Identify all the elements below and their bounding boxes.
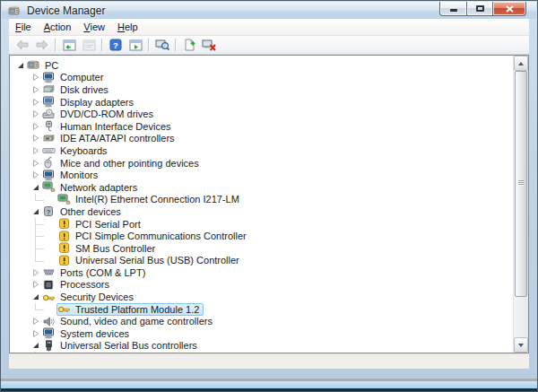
tree-item[interactable]: Processors — [41, 278, 114, 291]
tree-item[interactable]: Display adapters — [41, 96, 138, 109]
tree-item[interactable]: Computer — [41, 71, 108, 83]
tree-row[interactable]: Sound, video and game controllers — [10, 315, 514, 327]
collapsed-arrow-icon[interactable] — [30, 316, 41, 327]
tree-item[interactable]: Network adapters — [41, 181, 142, 194]
vertical-scrollbar[interactable] — [513, 56, 528, 353]
collapsed-arrow-icon[interactable] — [30, 279, 41, 290]
tree-item[interactable]: Intel(R) Ethernet Connection I217-LM — [56, 193, 244, 205]
scan-for-hardware-changes-button[interactable] — [152, 36, 172, 54]
collapsed-arrow-icon[interactable] — [30, 109, 41, 119]
tree-row[interactable]: Keyboards — [10, 144, 514, 157]
monitor-icon — [42, 170, 56, 180]
tree-row[interactable]: Generic USB Hub — [10, 352, 514, 353]
collapsed-arrow-icon[interactable] — [30, 72, 41, 83]
tree-row[interactable]: Mice and other pointing devices — [10, 157, 514, 170]
update-driver-button[interactable] — [179, 36, 199, 54]
minimize-button[interactable] — [439, 2, 466, 16]
close-button[interactable] — [493, 2, 526, 16]
tree-item[interactable]: Keyboards — [41, 144, 112, 157]
maximize-button[interactable] — [466, 2, 493, 16]
toolbar-separator — [175, 39, 177, 51]
tree-row[interactable]: Universal Serial Bus controllers — [10, 340, 514, 353]
collapsed-arrow-icon[interactable] — [30, 84, 41, 95]
collapsed-arrow-icon[interactable] — [30, 328, 41, 339]
tree-connector-line — [35, 352, 36, 353]
collapsed-arrow-icon[interactable] — [30, 145, 41, 156]
tree-row[interactable]: System devices — [10, 327, 514, 340]
toolbar: ? — [9, 36, 529, 55]
tree-item[interactable]: PCI Simple Communications Controller — [56, 230, 251, 242]
expanded-arrow-icon[interactable] — [15, 60, 26, 71]
uninstall-device-button[interactable] — [199, 36, 219, 54]
tree-item[interactable]: Universal Serial Bus (USB) Controller — [56, 254, 244, 266]
tree-item[interactable]: Generic USB Hub — [56, 352, 158, 353]
expanded-arrow-icon[interactable] — [30, 292, 41, 302]
help-button[interactable]: ? — [106, 36, 126, 54]
tree-item[interactable]: IDE ATA/ATAPI controllers — [41, 132, 179, 144]
expanded-arrow-icon[interactable] — [30, 340, 41, 351]
tree-item[interactable]: Sound, video and game controllers — [41, 315, 217, 327]
collapsed-arrow-icon[interactable] — [30, 158, 41, 169]
tree-row[interactable]: PCI Serial Port — [10, 218, 514, 231]
tree-item-label: Computer — [58, 72, 105, 83]
tree-row[interactable]: DVD/CD-ROM drives — [10, 108, 514, 120]
tree-row[interactable]: Display adapters — [10, 96, 514, 109]
tree-item[interactable]: ?Other devices — [41, 205, 126, 218]
titlebar[interactable]: Device Manager — [2, 2, 536, 19]
collapsed-arrow-icon[interactable] — [30, 97, 41, 108]
tree-item-label: Security Devices — [58, 292, 135, 302]
scrollbar-thumb[interactable] — [515, 71, 527, 297]
menu-help[interactable]: Help — [111, 21, 144, 33]
tree-item[interactable]: Disk drives — [41, 83, 113, 96]
collapsed-arrow-icon[interactable] — [30, 121, 41, 132]
menu-file[interactable]: File — [9, 21, 38, 33]
menu-action[interactable]: Action — [38, 21, 78, 33]
expanded-arrow-icon[interactable] — [30, 206, 41, 217]
tree-row[interactable]: Disk drives — [10, 83, 514, 96]
collapsed-arrow-icon[interactable] — [30, 170, 41, 180]
tree-row[interactable]: Network adapters — [10, 181, 514, 194]
tree-item[interactable]: Human Interface Devices — [41, 120, 176, 133]
tree-item[interactable]: Monitors — [41, 169, 102, 181]
expanded-arrow-icon[interactable] — [30, 182, 41, 193]
tree-item[interactable]: Mice and other pointing devices — [41, 157, 204, 170]
collapsed-arrow-icon[interactable] — [30, 133, 41, 144]
tree-row[interactable]: Trusted Platform Module 1.2 — [10, 303, 514, 316]
tree-row[interactable]: PCI Simple Communications Controller — [10, 230, 514, 242]
tree-item[interactable]: System devices — [41, 327, 134, 340]
tree-item[interactable]: Universal Serial Bus controllers — [41, 339, 202, 352]
menu-view[interactable]: View — [77, 21, 111, 33]
tree-item[interactable]: Security Devices — [41, 291, 138, 303]
tree-row[interactable]: Computer — [10, 72, 514, 84]
collapsed-arrow-icon[interactable] — [30, 267, 41, 278]
tree-item-label: Processors — [58, 279, 111, 290]
tree-row[interactable]: Ports (COM & LPT) — [10, 266, 514, 279]
dvd-drive-icon — [42, 109, 56, 119]
tree-row[interactable]: ?Other devices — [10, 205, 514, 218]
scroll-up-button[interactable] — [514, 56, 528, 71]
keyboard-icon — [42, 145, 56, 156]
tree-row[interactable]: SM Bus Controller — [10, 242, 514, 255]
svg-text:?: ? — [47, 208, 51, 216]
tree-row[interactable]: Intel(R) Ethernet Connection I217-LM — [10, 194, 514, 206]
scroll-up-icon — [518, 62, 524, 65]
tree-item[interactable]: DVD/CD-ROM drives — [41, 108, 158, 120]
tree-row[interactable]: IDE ATA/ATAPI controllers — [10, 133, 514, 145]
tree-row[interactable]: Security Devices — [10, 291, 514, 303]
scroll-down-button[interactable] — [514, 337, 528, 353]
tree-row[interactable]: Human Interface Devices — [10, 120, 514, 133]
show-console-tree-button[interactable] — [59, 36, 79, 54]
selected-tree-item[interactable]: Trusted Platform Module 1.2 — [56, 303, 204, 316]
tree-row[interactable]: PC — [10, 59, 514, 72]
tree-row[interactable]: Monitors — [10, 169, 514, 181]
tree-item[interactable]: PC — [26, 59, 63, 72]
show-action-pane-button[interactable] — [126, 36, 145, 54]
tree-row[interactable]: Processors — [10, 279, 514, 292]
pc-icon — [27, 60, 40, 71]
tree-item[interactable]: PCI Serial Port — [56, 218, 145, 231]
action-pane-icon — [129, 39, 143, 51]
tree-item[interactable]: SM Bus Controller — [56, 242, 160, 255]
tree-row[interactable]: Universal Serial Bus (USB) Controller — [10, 255, 514, 267]
tpm-icon — [57, 304, 71, 315]
tree-item[interactable]: Ports (COM & LPT) — [41, 266, 150, 279]
